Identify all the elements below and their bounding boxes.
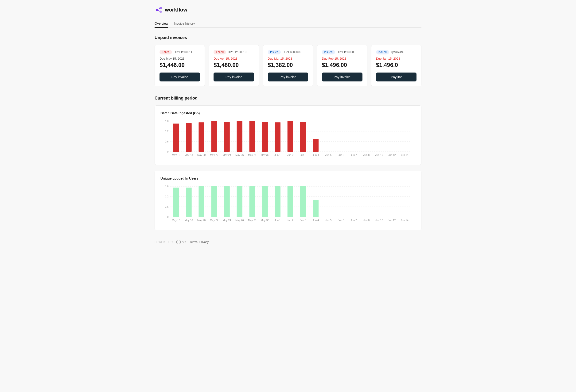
powered-by-text: POWERED BY [155, 241, 173, 243]
svg-text:Jun 4: Jun 4 [313, 219, 319, 222]
svg-text:Jun 3: Jun 3 [300, 219, 306, 222]
svg-rect-60 [275, 186, 281, 217]
invoice-due-date: Due Feb 15, 2023 [322, 57, 362, 60]
svg-rect-21 [275, 122, 281, 152]
pay-invoice-button[interactable]: Pay inv [376, 73, 416, 81]
pay-invoice-button[interactable]: Pay invoice [214, 73, 254, 81]
svg-text:Jun 7: Jun 7 [351, 154, 357, 156]
logo-text: workflow [165, 7, 187, 13]
svg-text:Jun 14: Jun 14 [401, 219, 408, 222]
invoice-status-badge: Failed [214, 50, 226, 54]
invoice-amount: $1,480.00 [214, 62, 254, 68]
invoice-card: Failed DPAFIY-00011 Due May 15, 2023 $1,… [155, 45, 205, 86]
invoice-card: Failed DPAFIY-00010 Due Apr 15, 2023 $1,… [209, 45, 259, 86]
svg-text:May 16: May 16 [172, 219, 180, 222]
invoice-header: Issued QVUAUN... [376, 50, 416, 54]
invoice-card: Issued DPAFIY-00008 Due Feb 15, 2023 $1,… [317, 45, 367, 86]
unpaid-invoices-title: Unpaid invoices [155, 35, 421, 40]
pay-invoice-button[interactable]: Pay invoice [160, 73, 200, 81]
pay-invoice-button[interactable]: Pay invoice [322, 73, 362, 81]
svg-text:May 20: May 20 [197, 154, 206, 156]
tab-overview[interactable]: Overview [155, 20, 168, 28]
users-chart-svg: 00.61.21.8May 16May 18May 20May 22May 24… [160, 184, 416, 226]
invoice-id: QVUAUN... [391, 51, 405, 54]
svg-point-0 [156, 9, 158, 11]
footer: POWERED BY orb. Terms Privacy [155, 240, 421, 244]
svg-text:May 18: May 18 [185, 154, 193, 156]
svg-text:May 26: May 26 [235, 154, 244, 156]
svg-rect-52 [173, 187, 179, 217]
batch-chart-container: Batch Data Ingested (Gb) 00.61.21.8May 1… [155, 105, 421, 165]
svg-text:Jun 8: Jun 8 [363, 154, 370, 156]
svg-rect-17 [224, 122, 230, 152]
invoice-amount: $1,496.0 [376, 62, 416, 68]
orb-text: orb. [182, 240, 187, 244]
svg-text:0.6: 0.6 [165, 205, 169, 208]
svg-text:Jun 1: Jun 1 [275, 219, 281, 222]
workflow-logo-icon [155, 6, 163, 14]
invoice-amount: $1,382.00 [268, 62, 308, 68]
invoice-status-badge: Issued [376, 50, 389, 54]
svg-rect-15 [199, 122, 204, 152]
svg-rect-20 [262, 122, 268, 152]
users-chart-title: Unique Logged In Users [160, 177, 416, 180]
svg-text:Jun 5: Jun 5 [325, 219, 332, 222]
invoice-header: Issued DPAFIY-00009 [268, 50, 308, 54]
svg-line-4 [158, 10, 160, 11]
svg-text:May 24: May 24 [223, 219, 231, 222]
pay-invoice-button[interactable]: Pay invoice [268, 73, 308, 81]
footer-links: Terms Privacy [190, 240, 209, 244]
svg-text:1.2: 1.2 [165, 130, 169, 133]
svg-text:May 30: May 30 [261, 154, 269, 156]
terms-link[interactable]: Terms [190, 240, 198, 244]
svg-text:May 16: May 16 [172, 154, 180, 156]
svg-text:May 24: May 24 [223, 154, 231, 156]
svg-text:Jun 6: Jun 6 [338, 219, 344, 222]
users-chart-container: Unique Logged In Users 00.61.21.8May 16M… [155, 171, 421, 230]
svg-rect-18 [237, 121, 242, 152]
svg-text:Jun 5: Jun 5 [325, 154, 332, 156]
svg-text:May 20: May 20 [197, 219, 206, 222]
invoice-card: Issued DPAFIY-00009 Due Mar 15, 2023 $1,… [263, 45, 313, 86]
invoice-id: DPAFIY-00008 [337, 51, 355, 54]
svg-text:May 26: May 26 [235, 219, 244, 222]
svg-text:May 22: May 22 [210, 219, 218, 222]
billing-section-title: Current billing period [155, 96, 421, 101]
invoice-due-date: Due Jan 15, 2023 [376, 57, 416, 60]
users-chart-area: 00.61.21.8May 16May 18May 20May 22May 24… [160, 184, 416, 226]
svg-rect-61 [288, 186, 293, 217]
invoice-status-badge: Issued [268, 50, 281, 54]
invoice-due-date: Due Mar 15, 2023 [268, 57, 308, 60]
svg-text:0: 0 [167, 150, 169, 153]
privacy-link[interactable]: Privacy [200, 240, 209, 244]
invoice-card: Issued QVUAUN... Due Jan 15, 2023 $1,496… [371, 45, 421, 86]
invoice-amount: $1,446.00 [160, 62, 200, 68]
svg-point-2 [160, 11, 162, 13]
invoice-id: DPAFIY-00009 [283, 51, 301, 54]
nav-tabs: Overview Invoice history [155, 20, 421, 28]
svg-text:Jun 6: Jun 6 [338, 154, 344, 156]
svg-text:May 28: May 28 [248, 219, 257, 222]
svg-text:Jun 2: Jun 2 [287, 154, 294, 156]
svg-rect-63 [313, 200, 318, 217]
tab-invoice-history[interactable]: Invoice history [174, 20, 195, 28]
svg-point-1 [160, 7, 162, 9]
orb-circle-icon [176, 240, 181, 244]
invoice-header: Issued DPAFIY-00008 [322, 50, 362, 54]
orb-logo: orb. [176, 240, 187, 244]
svg-rect-58 [250, 186, 255, 217]
invoice-due-date: Due Apr 15, 2023 [214, 57, 254, 60]
svg-line-3 [158, 8, 160, 9]
batch-chart-svg: 00.61.21.8May 16May 18May 20May 22May 24… [160, 119, 416, 161]
svg-rect-59 [262, 186, 268, 217]
svg-text:Jun 1: Jun 1 [275, 154, 281, 156]
svg-rect-19 [250, 121, 255, 152]
svg-rect-24 [313, 139, 318, 152]
svg-text:May 18: May 18 [185, 219, 193, 222]
svg-rect-13 [173, 124, 179, 152]
invoices-list: Failed DPAFIY-00011 Due May 15, 2023 $1,… [155, 45, 421, 86]
svg-text:Jun 7: Jun 7 [351, 219, 357, 222]
svg-rect-57 [237, 186, 242, 217]
batch-chart-title: Batch Data Ingested (Gb) [160, 111, 416, 115]
svg-rect-62 [300, 186, 306, 217]
